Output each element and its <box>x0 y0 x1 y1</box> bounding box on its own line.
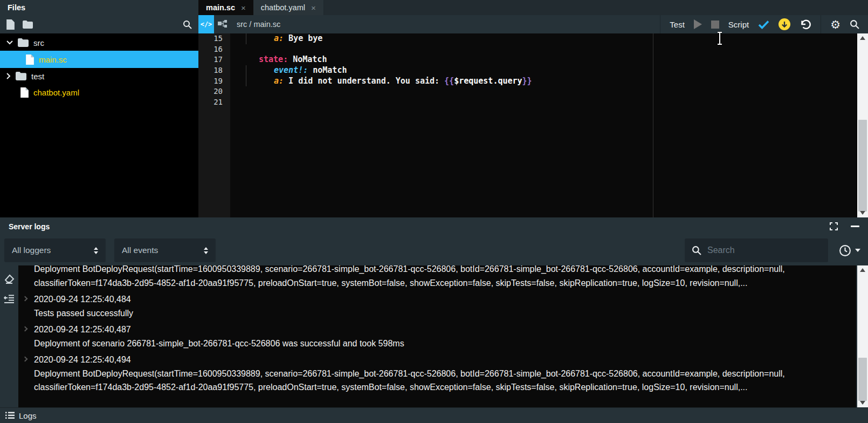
play-icon <box>694 19 702 29</box>
tree-file-main-sc[interactable]: main.sc <box>0 51 198 68</box>
log-message: Deployment BotDeployRequest(startTime=16… <box>18 367 856 381</box>
line-number: 18 <box>198 65 223 76</box>
close-icon[interactable]: × <box>241 3 246 12</box>
tab-bar-filler <box>324 0 868 15</box>
scroll-down-arrow[interactable] <box>857 208 868 217</box>
tree-file-chatbot-yaml[interactable]: chatbot.yaml <box>0 84 198 100</box>
new-file-button[interactable] <box>6 19 15 30</box>
undo-icon <box>800 19 811 30</box>
toolbar-separator <box>660 15 660 33</box>
clear-logs-button[interactable] <box>4 274 15 284</box>
code-editor[interactable]: 15161718192021 a: Bye byestate: NoMatche… <box>198 33 868 217</box>
logs-scrollbar-thumb[interactable] <box>858 358 867 401</box>
tab-label: main.sc <box>206 3 235 12</box>
logs-search-input[interactable] <box>707 245 821 255</box>
tree-item-label: src <box>33 38 44 47</box>
log-timestamp: 2020-09-24 12:25:40,487 <box>34 325 131 334</box>
search-icon <box>692 245 701 255</box>
fullscreen-button[interactable] <box>830 222 838 230</box>
line-number: 16 <box>198 44 223 55</box>
app-window: Files main.sc × chatbot.yaml × </> <box>0 0 868 423</box>
code-line[interactable]: state: NoMatch <box>230 54 868 65</box>
search-files-icon[interactable] <box>183 20 192 29</box>
events-filter-dropdown[interactable]: All events <box>114 238 216 262</box>
server-logs-panel: Server logs All loggers All events <box>0 217 868 407</box>
validate-button[interactable] <box>758 20 769 29</box>
logs-filter-row: All loggers All events <box>0 235 868 265</box>
logs-status-tab[interactable]: Logs <box>5 411 37 420</box>
log-entry: 2020-09-24 12:25:40,487Deployment of sce… <box>18 323 856 350</box>
minimize-button[interactable] <box>851 226 859 227</box>
code-area[interactable]: a: Bye byestate: NoMatchevent!: noMatcha… <box>230 33 868 217</box>
code-token: $request.query <box>454 76 522 86</box>
test-label: Test <box>670 20 685 29</box>
chevron-right-icon <box>23 296 28 302</box>
logs-status-label: Logs <box>19 411 37 420</box>
logs-content: Deployment BotDeployRequest(startTime=16… <box>18 265 856 407</box>
settings-button[interactable]: ⚙ <box>830 19 841 30</box>
unfold-icon <box>94 247 98 254</box>
line-number: 21 <box>198 97 223 108</box>
log-timestamp: 2020-09-24 12:25:40,494 <box>34 355 131 364</box>
deploy-button[interactable] <box>779 18 790 30</box>
time-filter-button[interactable] <box>837 244 863 257</box>
search-code-button[interactable] <box>850 19 859 29</box>
events-filter-value: All events <box>122 245 158 255</box>
top-tab-bar: Files main.sc × chatbot.yaml × <box>0 0 868 15</box>
code-token: a: <box>274 76 284 86</box>
tree-item-label: test <box>31 72 44 81</box>
files-toolbar <box>0 15 198 33</box>
check-icon <box>758 20 769 29</box>
new-folder-button[interactable] <box>23 21 33 29</box>
log-timestamp-row[interactable]: 2020-09-24 12:25:40,487 <box>18 323 856 337</box>
tree-item-label: chatbot.yaml <box>33 88 79 97</box>
logs-search-box[interactable] <box>685 238 828 262</box>
logs-scrollbar[interactable] <box>857 265 868 407</box>
run-test-button[interactable] <box>694 19 702 29</box>
minus-icon <box>851 226 859 227</box>
log-message: Deployment of scenario 266781-simple_bot… <box>18 337 856 351</box>
code-line[interactable] <box>230 86 868 97</box>
visual-editor-button[interactable] <box>214 15 231 33</box>
code-line[interactable]: a: I did not understand. You said: {{$re… <box>230 76 868 87</box>
editor-gutter: 15161718192021 <box>198 33 230 217</box>
editor-toolbar-actions: Test Script ⚙ <box>660 15 868 33</box>
code-token: I did not understand. You said: <box>284 76 444 86</box>
log-message: Tests passed successfully <box>18 306 856 320</box>
scroll-down-arrow[interactable] <box>857 398 868 407</box>
tab-chatbot-yaml[interactable]: chatbot.yaml × <box>253 0 324 15</box>
code-token: event!: <box>274 65 308 75</box>
log-message: classifierToken=f174da3b-2d95-4852-af1d-… <box>18 276 856 290</box>
code-line[interactable] <box>230 44 868 55</box>
loggers-filter-dropdown[interactable]: All loggers <box>4 238 106 262</box>
log-entry: 2020-09-24 12:25:40,484Tests passed succ… <box>18 292 856 320</box>
deploy-circle-icon <box>779 18 790 30</box>
sitemap-icon <box>218 20 228 29</box>
scroll-to-end-button[interactable] <box>4 295 15 303</box>
scroll-up-arrow[interactable] <box>857 265 868 275</box>
log-timestamp-row[interactable]: 2020-09-24 12:25:40,494 <box>18 353 856 367</box>
files-panel-title: Files <box>8 3 25 12</box>
tree-folder-src[interactable]: src <box>0 35 198 51</box>
tree-folder-test[interactable]: test <box>0 68 198 84</box>
tab-main-sc[interactable]: main.sc × <box>198 0 253 15</box>
editor-scrollbar[interactable] <box>857 33 868 217</box>
undo-button[interactable] <box>800 19 811 30</box>
chevron-right-icon[interactable] <box>6 73 11 79</box>
server-logs-header: Server logs <box>0 217 868 235</box>
status-bar: Logs <box>0 407 868 423</box>
code-view-button[interactable]: </> <box>198 15 214 33</box>
fullscreen-icon <box>830 222 838 230</box>
code-line[interactable]: a: Bye bye <box>230 33 868 44</box>
folder-icon <box>18 38 29 47</box>
code-line[interactable] <box>230 97 868 108</box>
toolbar-separator <box>821 15 821 33</box>
scroll-up-arrow[interactable] <box>857 33 868 43</box>
editor-scrollbar-thumb[interactable] <box>858 120 867 212</box>
code-token: NoMatch <box>288 54 327 64</box>
stop-button[interactable] <box>711 21 719 29</box>
close-icon[interactable]: × <box>311 3 316 12</box>
code-line[interactable]: event!: noMatch <box>230 65 868 76</box>
log-timestamp-row[interactable]: 2020-09-24 12:25:40,484 <box>18 292 856 306</box>
chevron-down-icon[interactable] <box>6 40 13 45</box>
